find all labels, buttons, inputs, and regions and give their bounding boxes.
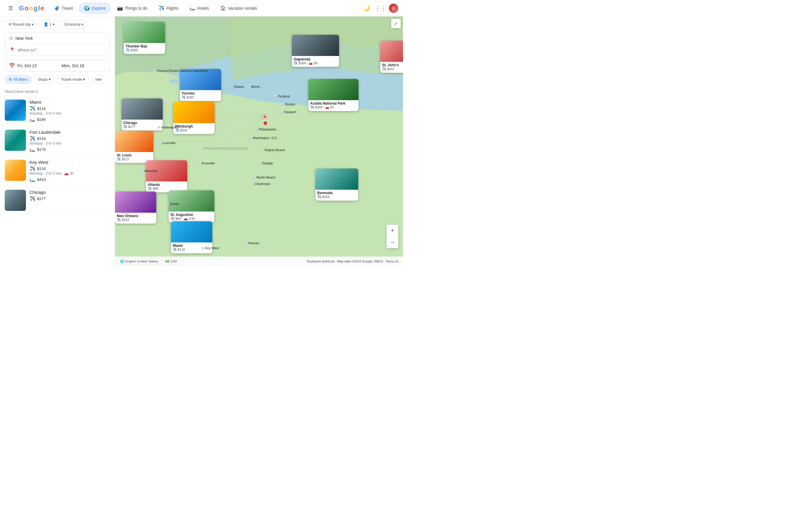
card-thumbnail [380,41,403,62]
card-thumbnail [115,191,156,213]
map-controls: + − [386,225,398,248]
sidebar: ⇄ Round trip ▾ 👤 1 ▾ Economy ▾ ⊙ [0,17,115,266]
map-card-stlouis[interactable]: St. Louis ✈️ $272 [115,131,153,163]
flight-price: $116 [37,167,46,171]
all-filters-button[interactable]: ⚙ All filters [5,75,32,84]
list-item[interactable]: Key West ✈️ $116 Nonstop · 3 hr 5 min · … [0,156,115,186]
map-card-neworleans[interactable]: New Orleans ✈️ $233 [115,191,156,224]
travel-icon: 🧳 [54,5,60,11]
destination-thumbnail [5,99,26,121]
destination-name: Fort Lauderdale [30,130,110,135]
tab-hotels[interactable]: 🛏️ Hotels [185,3,214,14]
flight-icon: ✈️ [30,106,35,111]
card-price: ✈️ $102 [175,129,213,132]
destination-field[interactable]: Where to? [17,48,106,53]
apps-button[interactable]: ⋮⋮ [375,2,386,14]
hotel-price: $190 [37,117,46,122]
inte-filter[interactable]: Inte [91,75,106,84]
zoom-in-button[interactable]: + [386,225,398,236]
tab-flights-label: Flights [166,6,178,11]
stops-chevron: ▾ [49,77,51,81]
user-avatar[interactable]: G [389,3,398,13]
list-item[interactable]: Fort Lauderdale ✈️ $116 Nonstop · 3 hr 5… [0,126,115,156]
card-price: ✈️ $316 [317,195,356,199]
keyboard-shortcuts-link[interactable]: Keyboard shortcuts [307,260,335,263]
destination-icon: 📍 [9,47,15,53]
destination-list: Miami ✈️ $116 Nonstop · 3 hr 5 min 🛏️ $1… [0,96,115,266]
info-icon[interactable]: ℹ [36,90,38,94]
date-inputs: 📅 Fri, Oct 13 Mon, Oct 16 [5,59,110,72]
stops-filter[interactable]: Stops ▾ [34,75,55,84]
date-from-input[interactable]: 📅 Fri, Oct 13 [5,60,57,71]
class-select[interactable]: Economy ▾ [61,20,87,28]
card-price: ✈️ $94 › 🚗 2.5h [170,217,213,221]
map-card-atlanta[interactable]: Atlanta ✈️ $98 [146,160,187,192]
hamburger-menu[interactable]: ☰ [5,2,17,14]
map-label-nassau: Nassau [245,241,259,245]
card-price: ✈️ $177 [123,125,161,129]
date-from-value: Fri, Oct 13 [17,63,37,68]
dark-mode-button[interactable]: 🌙 [361,2,372,14]
map-card-bermuda[interactable]: Bermuda ✈️ $316 [315,169,358,201]
flights-icon: ✈️ [159,5,165,11]
flight-icon: ✈️ [30,136,35,141]
tab-travel[interactable]: 🧳 Travel [49,3,78,14]
map-card-saguenay[interactable]: Saguenay ✈️ $266 › 🚗 5h [292,35,339,67]
rentals-icon: 🏠 [220,5,226,11]
destination-info: Chicago ✈️ $177 [30,190,110,211]
map-card-toronto[interactable]: Toronto ✈️ $183 [180,69,221,101]
tab-flights[interactable]: ✈️ Flights [153,3,183,14]
card-info: Pittsburgh ✈️ $102 [173,123,215,134]
card-info: Acadia National Park ✈️ $168 › 🚗 5h [308,100,359,111]
origin-input[interactable]: ⊙ New York [5,33,110,44]
things-icon: 📷 [117,5,123,11]
tab-things[interactable]: 📷 Things to do [112,3,152,14]
passengers-select[interactable]: 👤 1 ▾ [40,20,58,28]
map-card-acadia[interactable]: Acadia National Park ✈️ $168 › 🚗 5h [308,79,359,111]
nav-tabs: 🧳 Travel 🌍 Explore 📷 Things to do ✈️ Fli… [49,3,262,14]
map-card-thunder-bay[interactable]: Thunder Bay ✈️ $389 [124,22,165,54]
tab-explore[interactable]: 🌍 Explore [79,3,111,14]
all-filters-label: All filters [13,77,28,81]
card-info: St. John's ✈️ $431 [380,62,403,73]
card-city: Chicago [123,121,161,125]
date-to-input[interactable]: Mon, Oct 16 [57,60,110,71]
date-to-value: Mon, Oct 16 [61,63,84,68]
map-data-link[interactable]: Map data ©2023 Google, INEGI [337,260,383,263]
bottom-bar-left: 🌐 English (United States) 💵 USD [117,258,180,265]
map-card-staugustine[interactable]: St. Augustine ✈️ $94 › 🚗 2.5h [169,190,214,223]
travel-mode-filter[interactable]: Travel mode ▾ [57,75,89,84]
map-label-washington: Washington, D.C. [249,136,278,140]
list-item[interactable]: Miami ✈️ $116 Nonstop · 3 hr 5 min 🛏️ $1… [0,96,115,126]
map-label-key-west: Key West [202,246,219,250]
card-city: Toronto [182,91,219,95]
map-card-stjohns[interactable]: St. John's ✈️ $431 [380,41,403,73]
card-thumbnail [122,98,163,119]
map-card-chicago[interactable]: Chicago ✈️ $177 [122,98,163,131]
origin-field[interactable]: New York [15,36,106,41]
card-thumbnail [292,35,339,56]
hotels-icon: 🛏️ [189,5,196,11]
map-label-virginia-beach: Virginia Beach [261,148,285,152]
destination-info: Miami ✈️ $116 Nonstop · 3 hr 5 min 🛏️ $1… [30,99,110,122]
price-row: ✈️ $116 [30,166,110,171]
stops-label: Stops [38,77,48,81]
map-expand-button[interactable]: ⤢ [391,19,401,28]
card-price: ✈️ $272 [117,157,151,161]
language-button[interactable]: 🌐 English (United States) [117,258,161,265]
zoom-out-button[interactable]: − [386,236,398,248]
card-city: St. Augustine [170,213,213,217]
google-logo[interactable]: Google [19,4,44,12]
list-item[interactable]: Chicago ✈️ $177 [0,186,115,215]
destination-input[interactable]: 📍 Where to? [5,44,110,56]
currency-button[interactable]: 💵 USD [162,258,180,265]
card-thumbnail [171,221,212,243]
map-card-pittsburgh[interactable]: Pittsburgh ✈️ $102 [173,102,215,134]
filter-icon: ⚙ [8,77,12,81]
map-area[interactable]: ⤢ Thunder Bay ✈️ $389 Saguenay ✈️ $266 ›… [115,17,403,266]
terms-link[interactable]: Terms of... [386,260,401,263]
destination-name: Chicago [30,190,110,195]
trip-type-select[interactable]: ⇄ Round trip ▾ [5,20,37,28]
price-row: ✈️ $116 [30,136,110,141]
tab-rentals[interactable]: 🏠 Vacation rentals [215,3,262,14]
